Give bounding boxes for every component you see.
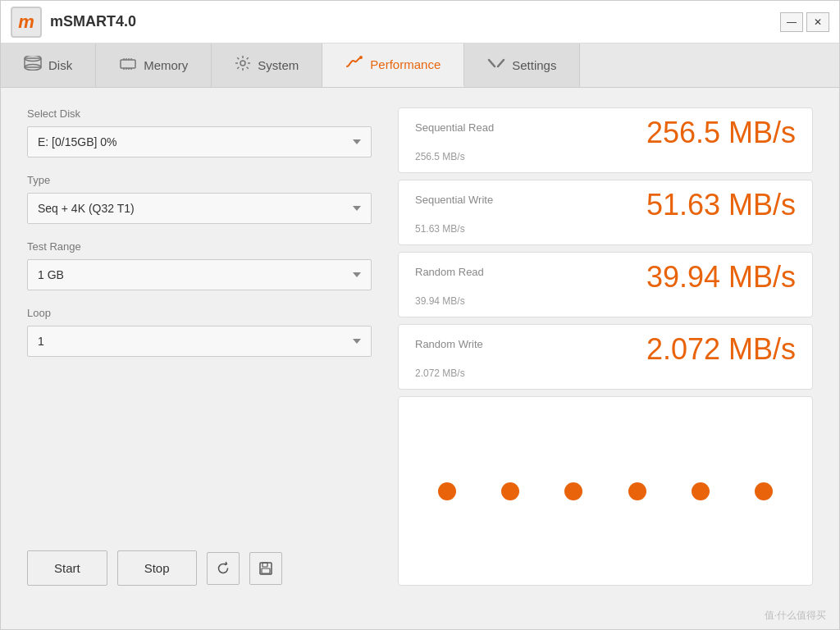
watermark: 值·什么值得买 — [1, 605, 839, 629]
logo-icon: m — [18, 11, 34, 33]
rand-read-label: Random Read — [415, 262, 484, 278]
app-title: mSMART4.0 — [50, 13, 136, 30]
metric-seq-read: Sequential Read 256.5 MB/s 256.5 MB/s — [398, 107, 813, 173]
left-panel: Select Disk E: [0/15GB] 0% Type Seq + 4K… — [27, 107, 372, 586]
select-disk-dropdown[interactable]: E: [0/15GB] 0% — [27, 126, 372, 158]
svg-rect-1 — [25, 58, 41, 67]
seq-write-sub: 51.63 MB/s — [415, 223, 796, 235]
metric-rand-read: Random Read 39.94 MB/s 39.94 MB/s — [398, 252, 813, 317]
settings-icon — [487, 57, 505, 74]
metric-seq-read-top: Sequential Read 256.5 MB/s — [415, 118, 796, 148]
tab-system-label: System — [258, 58, 299, 72]
tab-memory-label: Memory — [144, 58, 188, 72]
tab-settings[interactable]: Settings — [464, 43, 580, 87]
seq-read-sub: 256.5 MB/s — [415, 151, 796, 162]
loop-group: Loop 1 — [27, 307, 372, 357]
minimize-button[interactable]: — — [780, 12, 803, 32]
tab-performance-label: Performance — [370, 57, 441, 71]
start-button[interactable]: Start — [27, 550, 107, 586]
metric-rand-write-top: Random Write 2.072 MB/s — [415, 335, 796, 364]
refresh-button[interactable] — [207, 552, 240, 585]
tab-system[interactable]: System — [212, 43, 322, 87]
title-bar: m mSMART4.0 — ✕ — [1, 1, 839, 43]
type-label: Type — [27, 174, 372, 186]
close-button[interactable]: ✕ — [806, 12, 829, 32]
system-icon — [235, 55, 251, 75]
tab-bar: Disk Memory — [1, 43, 839, 88]
seq-write-label: Sequential Write — [415, 190, 493, 206]
dots-panel — [398, 396, 813, 586]
dot-6 — [755, 482, 773, 500]
metric-rand-write: Random Write 2.072 MB/s 2.072 MB/s — [398, 324, 813, 390]
tab-disk[interactable]: Disk — [1, 43, 96, 87]
loop-label: Loop — [27, 307, 372, 319]
main-window: m mSMART4.0 — ✕ Disk — [0, 0, 840, 630]
seq-read-label: Sequential Read — [415, 118, 494, 134]
dot-2 — [501, 482, 519, 500]
rand-write-label: Random Write — [415, 335, 483, 350]
action-buttons: Start Stop — [27, 537, 372, 586]
test-range-dropdown[interactable]: 1 GB — [27, 259, 372, 290]
metric-seq-write: Sequential Write 51.63 MB/s 51.63 MB/s — [398, 180, 813, 245]
seq-read-value: 256.5 MB/s — [646, 118, 796, 148]
tab-disk-label: Disk — [48, 58, 72, 72]
save-button[interactable] — [249, 552, 282, 585]
select-disk-label: Select Disk — [27, 107, 372, 120]
window-controls: — ✕ — [780, 12, 829, 32]
svg-point-13 — [359, 56, 363, 59]
svg-rect-16 — [262, 568, 270, 573]
performance-icon — [345, 55, 363, 74]
test-range-group: Test Range 1 GB — [27, 240, 372, 290]
metric-seq-write-top: Sequential Write 51.63 MB/s — [415, 190, 796, 220]
svg-rect-3 — [121, 60, 135, 68]
disk-icon — [24, 56, 42, 75]
dot-3 — [564, 482, 582, 500]
dot-5 — [692, 482, 710, 500]
right-panel: Sequential Read 256.5 MB/s 256.5 MB/s Se… — [398, 107, 813, 586]
rand-read-sub: 39.94 MB/s — [415, 295, 796, 307]
metric-rand-read-top: Random Read 39.94 MB/s — [415, 262, 796, 292]
rand-write-value: 2.072 MB/s — [646, 335, 796, 364]
seq-write-value: 51.63 MB/s — [646, 190, 796, 220]
type-group: Type Seq + 4K (Q32 T1) — [27, 174, 372, 224]
memory-icon — [119, 56, 137, 75]
select-disk-group: Select Disk E: [0/15GB] 0% — [27, 107, 372, 158]
test-range-label: Test Range — [27, 240, 372, 253]
rand-read-value: 39.94 MB/s — [646, 262, 796, 292]
dot-1 — [438, 482, 456, 500]
main-content: Select Disk E: [0/15GB] 0% Type Seq + 4K… — [1, 88, 839, 605]
rand-write-sub: 2.072 MB/s — [415, 368, 796, 379]
loop-dropdown[interactable]: 1 — [27, 326, 372, 357]
svg-point-12 — [240, 61, 245, 66]
type-dropdown[interactable]: Seq + 4K (Q32 T1) — [27, 193, 372, 224]
tab-settings-label: Settings — [512, 58, 556, 72]
tab-memory[interactable]: Memory — [96, 43, 212, 87]
dot-4 — [628, 482, 646, 500]
title-left: m mSMART4.0 — [11, 7, 136, 38]
stop-button[interactable]: Stop — [117, 550, 197, 586]
logo: m — [11, 7, 42, 38]
tab-performance[interactable]: Performance — [322, 43, 464, 87]
